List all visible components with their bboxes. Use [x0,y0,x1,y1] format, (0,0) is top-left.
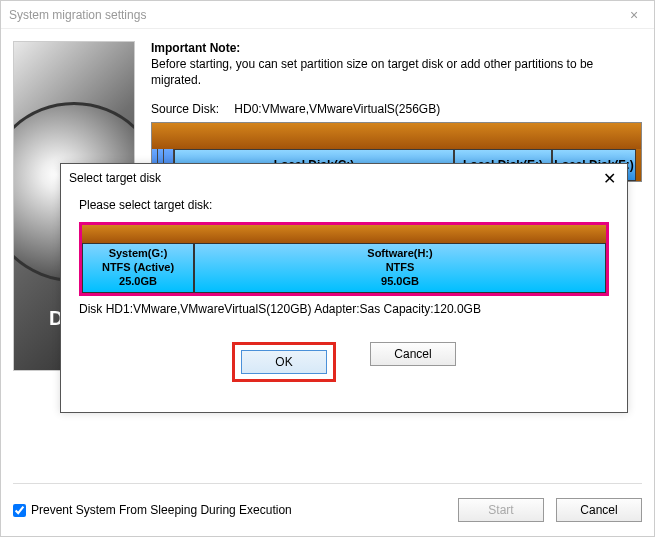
main-titlebar: System migration settings × [1,1,654,29]
note-body: Before starting, you can set partition s… [151,57,642,88]
target-partition-h[interactable]: Software(H:) NTFS 95.0GB [194,243,606,293]
cancel-button[interactable]: Cancel [556,498,642,522]
ok-button[interactable]: OK [241,350,327,374]
target-disk-bar[interactable]: System(G:) NTFS (Active) 25.0GB Software… [79,222,609,296]
main-content: Important Note: Before starting, you can… [151,41,642,182]
footer-buttons: Start Cancel [458,498,642,522]
source-disk-value: HD0:VMware,VMwareVirtualS(256GB) [234,102,440,116]
select-target-disk-dialog: Select target disk ✕ Please select targe… [60,163,628,413]
target-disk-info: Disk HD1:VMware,VMwareVirtualS(120GB) Ad… [79,302,609,316]
dialog-cancel-button[interactable]: Cancel [370,342,456,366]
start-button[interactable]: Start [458,498,544,522]
close-icon[interactable]: ✕ [591,169,627,188]
partition-fs: NTFS (Active) [102,261,174,275]
source-disk-label: Source Disk: [151,102,231,116]
partition-name: System(G:) [109,247,168,261]
dialog-titlebar: Select target disk ✕ [61,164,627,192]
partition-fs: NTFS [386,261,415,275]
dialog-buttons: OK Cancel [79,342,609,382]
target-partition-g[interactable]: System(G:) NTFS (Active) 25.0GB [82,243,194,293]
partition-size: 25.0GB [119,275,157,289]
dialog-body: Please select target disk: System(G:) NT… [61,192,627,394]
main-window: System migration settings × D Important … [0,0,655,537]
partition-name: Software(H:) [367,247,432,261]
prevent-sleep-label: Prevent System From Sleeping During Exec… [31,503,292,517]
prevent-sleep-checkbox[interactable]: Prevent System From Sleeping During Exec… [13,503,292,517]
partition-size: 95.0GB [381,275,419,289]
main-footer: Prevent System From Sleeping During Exec… [13,483,642,522]
main-window-title: System migration settings [9,8,146,22]
source-disk-row: Source Disk: HD0:VMware,VMwareVirtualS(2… [151,102,642,116]
dialog-prompt: Please select target disk: [79,198,609,212]
dialog-title: Select target disk [69,171,161,185]
note-heading: Important Note: [151,41,642,55]
close-icon[interactable]: × [614,7,654,23]
ok-highlight-box: OK [232,342,336,382]
prevent-sleep-input[interactable] [13,504,26,517]
